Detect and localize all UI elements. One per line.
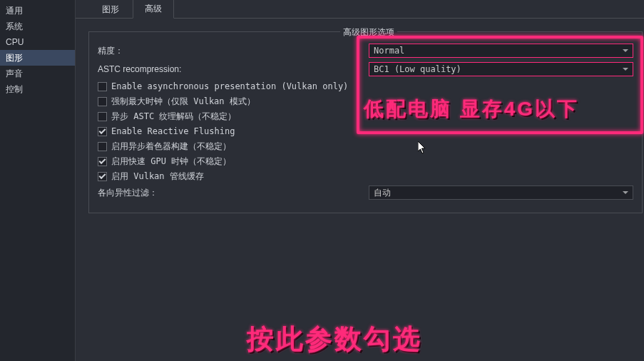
advanced-graphics-group: 高级图形选项 精度： Normal ASTC recompression: [88, 31, 643, 213]
check-row-0[interactable]: Enable asynchronous presentation (Vulkan… [98, 81, 633, 92]
astc-value: BC1 (Low quality) [374, 64, 461, 74]
check-label-6: 启用 Vulkan 管线缓存 [111, 171, 204, 183]
sidebar-item-general[interactable]: 通用 [0, 3, 75, 19]
checkbox-3[interactable] [98, 127, 107, 136]
sidebar-item-graphics[interactable]: 图形 [0, 50, 75, 66]
aniso-select[interactable]: 自动 [369, 185, 633, 200]
check-label-2: 异步 ASTC 纹理解码（不稳定） [111, 111, 236, 123]
check-row-6[interactable]: 启用 Vulkan 管线缓存 [98, 171, 633, 182]
sidebar: 通用 系统 CPU 图形 声音 控制 [0, 0, 76, 361]
aniso-label: 各向异性过滤： [98, 187, 369, 199]
precision-select[interactable]: Normal [369, 44, 633, 58]
check-row-4[interactable]: 启用异步着色器构建（不稳定） [98, 141, 633, 152]
check-label-5: 启用快速 GPU 时钟（不稳定） [111, 156, 231, 168]
astc-label: ASTC recompression: [98, 64, 369, 74]
checkbox-6[interactable] [98, 172, 107, 181]
chevron-down-icon [623, 191, 628, 194]
sidebar-item-cpu[interactable]: CPU [0, 34, 75, 50]
check-row-2[interactable]: 异步 ASTC 纹理解码（不稳定） [98, 111, 633, 122]
check-label-1: 强制最大时钟（仅限 Vulkan 模式） [111, 96, 255, 108]
sidebar-item-controls[interactable]: 控制 [0, 81, 75, 97]
tab-advanced[interactable]: 高级 [133, 0, 174, 19]
check-row-5[interactable]: 启用快速 GPU 时钟（不稳定） [98, 156, 633, 167]
precision-value: Normal [374, 46, 404, 56]
checkbox-2[interactable] [98, 112, 107, 121]
check-row-3[interactable]: Enable Reactive Flushing [98, 126, 633, 137]
check-label-3: Enable Reactive Flushing [111, 126, 235, 136]
chevron-down-icon [623, 49, 628, 52]
check-label-0: Enable asynchronous presentation (Vulkan… [111, 81, 348, 91]
precision-label: 精度： [98, 45, 369, 57]
checkbox-0[interactable] [98, 82, 107, 91]
group-title: 高级图形选项 [340, 26, 397, 39]
aniso-value: 自动 [374, 188, 391, 198]
checkbox-1[interactable] [98, 97, 107, 106]
sidebar-item-system[interactable]: 系统 [0, 19, 75, 34]
tab-graphics[interactable]: 图形 [90, 0, 131, 19]
sidebar-item-audio[interactable]: 声音 [0, 66, 75, 81]
chevron-down-icon [623, 68, 628, 71]
check-label-4: 启用异步着色器构建（不稳定） [111, 141, 231, 153]
astc-select[interactable]: BC1 (Low quality) [369, 62, 633, 76]
tabbar: 图形 高级 [76, 0, 644, 19]
checkbox-4[interactable] [98, 142, 107, 151]
checkbox-5[interactable] [98, 157, 107, 166]
check-row-1[interactable]: 强制最大时钟（仅限 Vulkan 模式） [98, 96, 633, 107]
